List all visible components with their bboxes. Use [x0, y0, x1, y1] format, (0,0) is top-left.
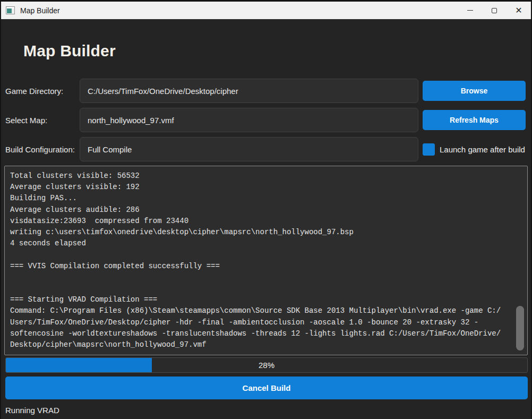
console-output[interactable]: Total clusters visible: 56532 Average cl… — [4, 166, 528, 355]
build-configuration-label: Build Configuration: — [5, 137, 75, 161]
browse-button[interactable]: Browse — [423, 81, 526, 101]
window-title: Map Builder — [20, 6, 60, 15]
console-scrollbar-thumb[interactable] — [516, 306, 524, 350]
console-text: Total clusters visible: 56532 Average cl… — [10, 170, 527, 350]
page-title: Map Builder — [23, 42, 116, 60]
maximize-button[interactable] — [482, 2, 507, 19]
maximize-icon — [492, 8, 497, 13]
minimize-button[interactable] — [458, 2, 482, 19]
status-text: Running VRAD — [5, 406, 59, 415]
select-map-input[interactable] — [80, 108, 418, 132]
build-configuration-input[interactable] — [80, 137, 418, 161]
progress-percent-label: 28% — [6, 358, 527, 372]
cancel-build-button[interactable]: Cancel Build — [5, 377, 528, 399]
launch-after-build-checkbox[interactable] — [423, 143, 435, 156]
launch-after-build-row: Launch game after build — [423, 142, 525, 156]
app-window: Map Builder ✕ Map Builder Game Directory… — [0, 0, 532, 419]
refresh-maps-button[interactable]: Refresh Maps — [423, 110, 526, 130]
window-controls: ✕ — [458, 2, 531, 19]
launch-after-build-label: Launch game after build — [440, 145, 525, 154]
titlebar[interactable]: Map Builder ✕ — [1, 2, 531, 20]
close-icon: ✕ — [515, 6, 522, 15]
game-directory-input[interactable] — [80, 79, 418, 103]
game-directory-label: Game Directory: — [5, 79, 63, 103]
close-button[interactable]: ✕ — [507, 2, 531, 19]
main-content: Map Builder Game Directory: Browse Selec… — [1, 20, 531, 419]
select-map-label: Select Map: — [5, 108, 47, 132]
app-icon — [6, 6, 15, 14]
build-progress-bar: 28% — [5, 357, 528, 373]
minimize-icon — [467, 10, 473, 11]
